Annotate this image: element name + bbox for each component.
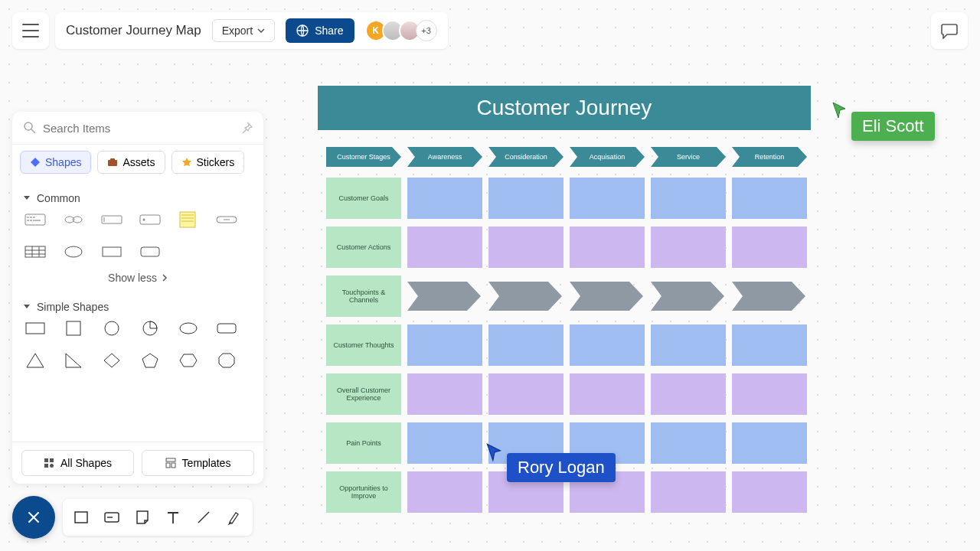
journey-cell[interactable] <box>488 324 564 366</box>
close-panel-button[interactable] <box>12 496 55 539</box>
row-label[interactable]: Customer Goals <box>326 178 401 219</box>
collaborator-avatars[interactable]: K +3 <box>365 20 437 41</box>
journey-cell-arrow[interactable] <box>407 276 482 317</box>
document-title[interactable]: Customer Journey Map <box>66 23 201 38</box>
tab-assets[interactable]: Assets <box>97 151 165 174</box>
journey-cell[interactable] <box>651 178 726 219</box>
shape-link[interactable] <box>61 210 86 229</box>
cursor-collaborator-green: Eli Scott <box>831 101 935 141</box>
shape-roundrect[interactable] <box>214 319 239 337</box>
journey-cell[interactable] <box>732 373 807 415</box>
journey-cell[interactable] <box>570 373 645 415</box>
shape-keyboard[interactable] <box>23 210 47 229</box>
tab-stickers[interactable]: Stickers <box>172 151 245 174</box>
group-common[interactable]: Common <box>23 192 253 204</box>
row-label[interactable]: Customer Actions <box>326 227 401 268</box>
journey-cell[interactable] <box>732 227 807 268</box>
row-label[interactable]: Pain Points <box>326 422 401 464</box>
pin-icon[interactable] <box>240 122 253 134</box>
search-input[interactable] <box>43 122 240 135</box>
journey-cell[interactable] <box>732 178 807 219</box>
show-less[interactable]: Show less <box>23 267 253 293</box>
templates-button[interactable]: Templates <box>142 450 254 476</box>
journey-cell[interactable] <box>488 373 564 415</box>
cursor-icon <box>831 101 848 121</box>
journey-cell[interactable] <box>407 422 482 464</box>
stage-arrow[interactable]: Retention <box>732 147 807 167</box>
shape-octagon[interactable] <box>214 351 239 370</box>
caret-down-icon <box>23 195 31 201</box>
shape-circle[interactable] <box>100 319 124 337</box>
tab-label: Stickers <box>197 156 235 168</box>
tab-shapes[interactable]: Shapes <box>20 151 91 174</box>
stage-arrow[interactable]: Customer Stages <box>326 147 401 167</box>
shape-arc[interactable] <box>138 319 162 337</box>
stage-arrow[interactable]: Service <box>651 147 726 167</box>
shape-right-triangle[interactable] <box>61 351 86 370</box>
journey-cell[interactable] <box>407 178 482 219</box>
journey-cell[interactable] <box>651 227 726 268</box>
journey-cell[interactable] <box>651 324 726 366</box>
journey-cell[interactable] <box>407 471 482 513</box>
tool-note[interactable] <box>132 507 153 528</box>
export-button[interactable]: Export <box>212 19 275 42</box>
tool-card[interactable] <box>101 507 122 528</box>
row-label[interactable]: Customer Thoughts <box>326 324 401 366</box>
shape-square[interactable] <box>61 319 86 337</box>
comments-button[interactable] <box>931 12 968 49</box>
shape-diamond[interactable] <box>100 351 124 370</box>
share-button[interactable]: Share <box>286 18 354 43</box>
stage-arrow[interactable]: Consideration <box>488 147 564 167</box>
journey-cell[interactable] <box>570 227 645 268</box>
shape-hexagon[interactable] <box>176 351 201 370</box>
shapes-panel: Shapes Assets Stickers Common <box>12 112 263 484</box>
journey-cell[interactable] <box>732 422 807 464</box>
journey-cell[interactable] <box>651 373 726 415</box>
row-label[interactable]: Overall Customer Experience <box>326 373 401 415</box>
stage-arrow[interactable]: Awareness <box>407 147 482 167</box>
shape-sticky[interactable] <box>176 210 201 229</box>
tool-line[interactable] <box>193 507 214 528</box>
shape-input[interactable] <box>100 210 124 229</box>
journey-cell[interactable] <box>651 422 726 464</box>
journey-cell-arrow[interactable] <box>488 276 564 317</box>
common-shapes <box>23 210 253 261</box>
journey-cell[interactable] <box>651 471 726 513</box>
journey-cell[interactable] <box>488 178 564 219</box>
menu-button[interactable] <box>12 12 49 49</box>
shape-ellipse[interactable] <box>61 243 86 261</box>
journey-cell-arrow[interactable] <box>570 276 645 317</box>
shape-rect[interactable] <box>100 243 124 261</box>
all-shapes-button[interactable]: All Shapes <box>21 450 134 476</box>
journey-cell[interactable] <box>570 178 645 219</box>
tool-highlighter[interactable] <box>224 507 245 528</box>
shape-rectangle[interactable] <box>23 319 47 337</box>
avatar-more[interactable]: +3 <box>416 20 437 41</box>
journey-cell-arrow[interactable] <box>651 276 726 317</box>
journey-cell[interactable] <box>407 227 482 268</box>
journey-cell[interactable] <box>570 324 645 366</box>
shape-table[interactable] <box>23 243 47 261</box>
journey-cell[interactable] <box>407 324 482 366</box>
shape-rounded[interactable] <box>138 243 162 261</box>
shape-triangle[interactable] <box>23 351 47 370</box>
journey-cell[interactable] <box>732 324 807 366</box>
shape-oval[interactable] <box>176 319 201 337</box>
row-label[interactable]: Touchpoints & Channels <box>326 276 401 317</box>
tool-text[interactable] <box>162 507 184 528</box>
journey-cell[interactable] <box>407 373 482 415</box>
journey-cell[interactable] <box>732 471 807 513</box>
shape-card[interactable] <box>138 210 162 229</box>
row-label[interactable]: Opportunities to Improve <box>326 471 401 513</box>
search-icon <box>23 121 37 135</box>
journey-cell-arrow[interactable] <box>732 276 807 317</box>
shape-pentagon[interactable] <box>138 351 162 370</box>
group-simple[interactable]: Simple Shapes <box>23 301 253 313</box>
stage-arrow[interactable]: Acquisation <box>570 147 645 167</box>
shape-button[interactable] <box>214 210 239 229</box>
tool-rect[interactable] <box>70 507 92 528</box>
svg-rect-10 <box>33 220 41 221</box>
journey-cell[interactable] <box>488 227 564 268</box>
panel-body[interactable]: Common Show less Simple Shapes <box>12 180 263 442</box>
canvas-title[interactable]: Customer Journey <box>318 86 811 130</box>
